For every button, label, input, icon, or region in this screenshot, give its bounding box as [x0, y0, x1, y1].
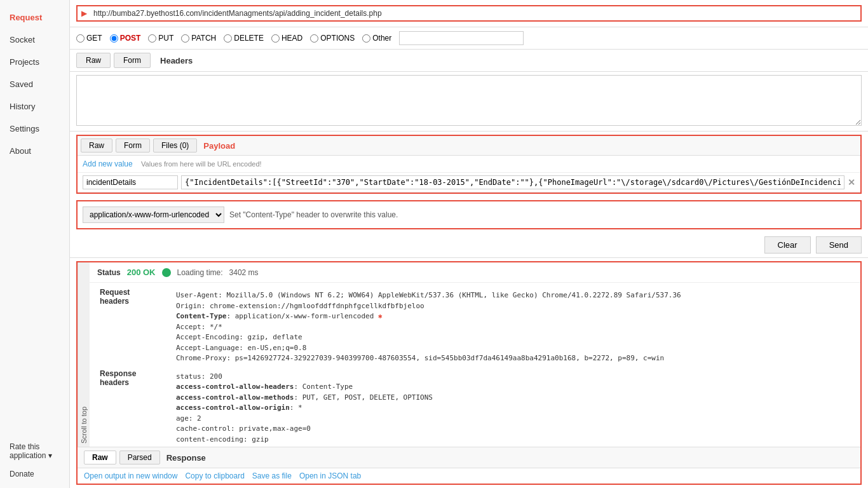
request-tab-bar: Raw Form Headers [70, 50, 868, 72]
url-arrow-icon: ▶ [78, 6, 91, 20]
url-bar-area: ▶ [70, 0, 868, 27]
sidebar-item-projects[interactable]: Projects [0, 51, 69, 73]
method-options[interactable]: OPTIONS [310, 34, 355, 43]
payload-tab-form[interactable]: Form [116, 139, 150, 152]
loading-value: 3402 ms [229, 268, 259, 277]
req-headers-key: Requestheaders [97, 287, 173, 368]
table-row: Requestheaders User-Agent: Mozilla/5.0 (… [97, 287, 853, 368]
response-tab-parsed[interactable]: Parsed [119, 451, 160, 464]
payload-row: ✕ [78, 173, 860, 193]
req-header-3: Content-Type: application/x-www-form-url… [176, 311, 850, 322]
save-as-file-link[interactable]: Save as file [252, 471, 292, 480]
status-ok-icon [162, 268, 171, 277]
resp-header-aca-headers: access-control-allow-headers: Content-Ty… [176, 382, 850, 393]
resp-header-aca-methods: access-control-allow-methods: PUT, GET, … [176, 393, 850, 403]
req-header-1: User-Agent: Mozilla/5.0 (Windows NT 6.2;… [176, 290, 850, 301]
resp-header-age: age: 2 [176, 414, 850, 424]
resp-header-cache: cache-control: private,max-age=0 [176, 424, 850, 435]
open-new-window-link[interactable]: Open output in new window [84, 471, 177, 480]
sidebar-item-settings[interactable]: Settings [0, 118, 69, 140]
headers-textarea[interactable] [76, 75, 862, 126]
response-body-wrap: Scroll to top Status 200 OK Loading time… [78, 262, 860, 447]
url-input-wrapper: ▶ [76, 5, 862, 22]
payload-tab-bar: Raw Form Files (0) Payload [78, 136, 860, 156]
resp-headers-block: status: 200 access-control-allow-headers… [176, 369, 850, 447]
status-label: Status [97, 268, 121, 277]
add-value-row: Add new value Values from here will be U… [78, 156, 860, 173]
req-header-7: Chrome-Proxy: ps=1426927724-329227039-94… [176, 353, 850, 364]
response-label: Response [163, 453, 206, 463]
method-patch[interactable]: PATCH [181, 34, 216, 43]
content-type-section: application/x-www-form-urlencoded multip… [76, 200, 862, 229]
action-row: Clear Send [70, 233, 868, 258]
copy-clipboard-link[interactable]: Copy to clipboard [185, 471, 244, 480]
sidebar: Request Socket Projects Saved History Se… [0, 0, 70, 488]
payload-tab-files[interactable]: Files (0) [153, 139, 197, 152]
rate-app-button[interactable]: Rate this application ▾ [0, 436, 69, 466]
donate-button[interactable]: Donate [0, 466, 69, 482]
content-type-select[interactable]: application/x-www-form-urlencoded multip… [83, 207, 224, 223]
sidebar-item-socket[interactable]: Socket [0, 29, 69, 51]
loading-label: Loading time: [177, 268, 223, 277]
sidebar-bottom: Rate this application ▾ Donate [0, 436, 69, 488]
method-get[interactable]: GET [76, 34, 102, 43]
method-head[interactable]: HEAD [271, 34, 302, 43]
resp-header-encoding: content-encoding: gzip [176, 435, 850, 445]
main-scroll: ▶ GET POST PUT PATCH DELETE HEAD [70, 0, 868, 488]
method-put[interactable]: PUT [148, 34, 173, 43]
clear-button[interactable]: Clear [764, 236, 811, 254]
request-headers-section: Requestheaders User-Agent: Mozilla/5.0 (… [90, 283, 860, 447]
method-delete[interactable]: DELETE [224, 34, 264, 43]
headers-area [70, 72, 868, 132]
sidebar-item-request[interactable]: Request [0, 6, 69, 29]
resp-header-status: status: 200 [176, 372, 850, 383]
sidebar-item-history[interactable]: History [0, 95, 69, 118]
tab-raw-button[interactable]: Raw [76, 53, 111, 68]
req-header-2: Origin: chrome-extension://hgmloofddffdn… [176, 301, 850, 312]
payload-delete-button[interactable]: ✕ [848, 177, 855, 187]
table-row: Responseheaders status: 200 access-contr… [97, 368, 853, 447]
open-json-tab-link[interactable]: Open in JSON tab [299, 471, 361, 480]
send-button[interactable]: Send [816, 236, 862, 254]
method-other-input[interactable] [399, 31, 524, 45]
payload-tab-active-label: Payload [200, 141, 235, 151]
method-other[interactable]: Other [362, 34, 391, 43]
status-value: 200 OK [127, 268, 156, 277]
req-header-4: Accept: */* [176, 322, 850, 333]
method-row: GET POST PUT PATCH DELETE HEAD OPTIONS [70, 27, 868, 50]
payload-key-input[interactable] [83, 175, 178, 189]
req-header-5: Accept-Encoding: gzip, deflate [176, 332, 850, 343]
payload-tab-raw[interactable]: Raw [81, 139, 112, 152]
req-headers-value: User-Agent: Mozilla/5.0 (Windows NT 6.2;… [173, 287, 853, 368]
tab-headers-label: Headers [154, 56, 193, 65]
response-inner: Status 200 OK Loading time: 3402 ms Requ… [90, 262, 860, 447]
sidebar-item-saved[interactable]: Saved [0, 73, 69, 95]
response-links-row: Open output in new window Copy to clipbo… [78, 468, 860, 484]
main-content: ▶ GET POST PUT PATCH DELETE HEAD [70, 0, 868, 488]
resp-header-aca-origin: access-control-allow-origin: * [176, 403, 850, 414]
response-tab-bar: Raw Parsed Response [78, 447, 860, 468]
response-status-row: Status 200 OK Loading time: 3402 ms [90, 262, 860, 283]
payload-value-input[interactable] [181, 175, 844, 189]
method-post[interactable]: POST [110, 34, 141, 43]
tab-form-button[interactable]: Form [114, 53, 151, 68]
resp-headers-value: status: 200 access-control-allow-headers… [173, 368, 853, 447]
req-headers-block: User-Agent: Mozilla/5.0 (Windows NT 6.2;… [176, 288, 850, 367]
content-type-note: Set "Content-Type" header to overwrite t… [229, 210, 398, 219]
response-section: Scroll to top Status 200 OK Loading time… [76, 261, 862, 485]
response-tab-raw[interactable]: Raw [84, 451, 116, 464]
req-header-6: Accept-Language: en-US,en;q=0.8 [176, 343, 850, 354]
scroll-to-top-button[interactable]: Scroll to top [78, 262, 90, 447]
sidebar-item-about[interactable]: About [0, 140, 69, 162]
headers-table: Requestheaders User-Agent: Mozilla/5.0 (… [97, 287, 853, 447]
add-value-link[interactable]: Add new value [83, 159, 133, 168]
url-input[interactable] [91, 6, 860, 20]
payload-section: Raw Form Files (0) Payload Add new value… [76, 135, 862, 194]
url-encoded-note: Values from here will be URL encoded! [141, 160, 262, 168]
resp-headers-key: Responseheaders [97, 368, 173, 447]
